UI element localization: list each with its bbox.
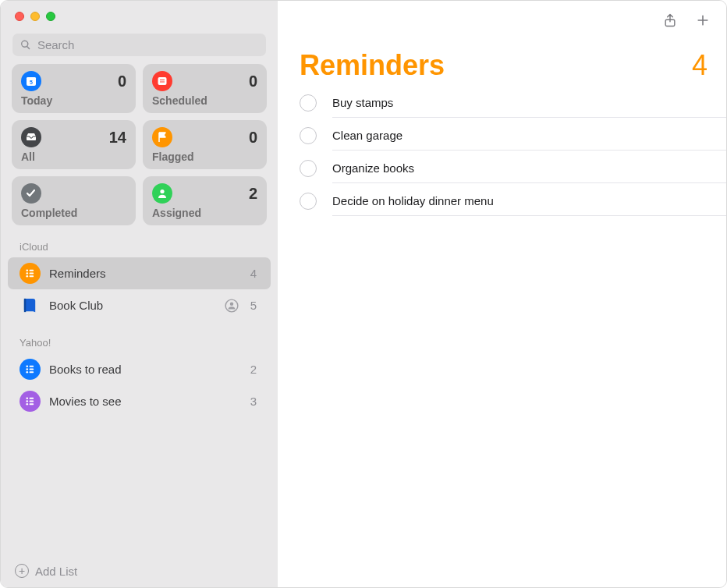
svg-point-6	[160, 190, 164, 193]
sidebar: 5 0 Today 0 Scheduled 14 All	[1, 1, 278, 587]
complete-toggle[interactable]	[300, 94, 317, 112]
svg-rect-17	[30, 366, 34, 367]
minimize-window-button[interactable]	[30, 12, 40, 21]
smart-scheduled[interactable]: 0 Scheduled	[143, 64, 267, 113]
smart-flagged-count: 0	[249, 129, 257, 147]
checkmark-icon	[21, 183, 41, 204]
list-bullets-icon	[20, 263, 41, 284]
person-icon	[152, 183, 172, 204]
smart-scheduled-count: 0	[249, 73, 257, 90]
book-icon	[20, 295, 41, 316]
window-controls	[1, 1, 278, 29]
search-input[interactable]	[37, 38, 258, 51]
svg-rect-13	[24, 299, 26, 312]
calendar-icon	[152, 71, 172, 91]
list-row-books-to-read[interactable]: Books to read 2	[8, 353, 271, 385]
search-icon	[20, 39, 31, 51]
close-window-button[interactable]	[15, 12, 24, 21]
add-list-button[interactable]: + Add List	[1, 554, 278, 587]
svg-point-15	[229, 302, 233, 306]
reminder-title[interactable]: Buy stamps	[332, 96, 726, 109]
smart-completed-label: Completed	[21, 207, 126, 219]
svg-point-11	[26, 275, 28, 278]
list-count-label: 5	[250, 299, 257, 312]
section-header-icloud[interactable]: iCloud	[1, 225, 278, 257]
svg-point-24	[26, 400, 28, 402]
svg-rect-3	[158, 77, 167, 85]
smart-lists: 5 0 Today 0 Scheduled 14 All	[1, 64, 278, 225]
reminder-row[interactable]: Buy stamps	[300, 87, 726, 119]
flag-icon	[152, 127, 172, 147]
list-row-book-club[interactable]: Book Club 5	[8, 289, 271, 321]
tray-icon	[21, 127, 41, 147]
search-field[interactable]	[12, 34, 266, 56]
add-reminder-button[interactable]	[695, 12, 711, 29]
shared-badge-icon	[225, 299, 239, 313]
list-name-label: Reminders	[49, 267, 242, 280]
list-row-reminders[interactable]: Reminders 4	[8, 257, 271, 289]
smart-assigned-label: Assigned	[152, 207, 257, 219]
list-count-label: 3	[250, 395, 257, 408]
list-count-label: 2	[250, 363, 257, 376]
toolbar	[278, 1, 726, 35]
svg-rect-19	[30, 369, 34, 370]
reminder-title[interactable]: Decide on holiday dinner menu	[332, 194, 726, 207]
smart-all-count: 14	[109, 129, 126, 147]
smart-all-label: All	[21, 151, 126, 163]
smart-flagged[interactable]: 0 Flagged	[143, 120, 267, 169]
list-name-label: Movies to see	[49, 395, 242, 408]
list-count-label: 4	[250, 267, 257, 280]
reminder-row[interactable]: Decide on holiday dinner menu	[300, 185, 726, 218]
svg-rect-25	[30, 401, 34, 402]
list-name-label: Book Club	[49, 299, 216, 312]
complete-toggle[interactable]	[300, 160, 317, 177]
complete-toggle[interactable]	[300, 127, 317, 144]
reminder-row[interactable]: Clean garage	[300, 119, 726, 152]
svg-text:5: 5	[30, 80, 33, 85]
list-row-movies-to-see[interactable]: Movies to see 3	[8, 385, 271, 417]
svg-point-9	[26, 272, 28, 275]
list-bullets-icon	[20, 359, 41, 380]
list-title: Reminders	[300, 49, 445, 82]
add-list-label: Add List	[35, 565, 77, 578]
plus-circle-icon: +	[15, 564, 29, 578]
svg-point-18	[26, 368, 28, 370]
svg-point-20	[26, 371, 28, 374]
svg-rect-23	[30, 398, 34, 399]
smart-assigned-count: 2	[249, 185, 257, 203]
svg-point-26	[26, 403, 28, 406]
smart-today[interactable]: 5 0 Today	[12, 64, 136, 113]
reminder-title[interactable]: Clean garage	[332, 129, 726, 142]
reminder-title[interactable]: Organize books	[332, 161, 726, 175]
svg-rect-8	[30, 270, 34, 271]
calendar-today-icon: 5	[21, 71, 41, 91]
svg-rect-12	[30, 275, 34, 277]
smart-all[interactable]: 14 All	[12, 120, 136, 169]
list-bullets-icon	[20, 391, 41, 412]
list-header: Reminders 4	[278, 35, 726, 87]
svg-rect-27	[30, 403, 34, 405]
main-content: Reminders 4 Buy stamps Clean garage Orga…	[278, 1, 726, 587]
smart-today-label: Today	[21, 94, 126, 107]
svg-point-7	[26, 269, 28, 271]
reminder-row[interactable]: Organize books	[300, 152, 726, 185]
section-header-yahoo[interactable]: Yahoo!	[1, 321, 278, 353]
smart-completed[interactable]: Completed	[12, 176, 136, 225]
list-name-label: Books to read	[49, 363, 242, 376]
smart-today-count: 0	[118, 73, 126, 90]
svg-point-16	[26, 365, 28, 367]
complete-toggle[interactable]	[300, 193, 317, 210]
smart-assigned[interactable]: 2 Assigned	[143, 176, 267, 225]
svg-rect-21	[30, 371, 34, 373]
list-total-count: 4	[692, 49, 707, 82]
svg-point-22	[26, 397, 28, 399]
share-icon[interactable]	[662, 12, 678, 29]
svg-rect-10	[30, 273, 34, 275]
smart-scheduled-label: Scheduled	[152, 94, 257, 107]
smart-flagged-label: Flagged	[152, 151, 257, 163]
reminder-list: Buy stamps Clean garage Organize books D…	[278, 87, 726, 218]
fullscreen-window-button[interactable]	[46, 12, 55, 21]
